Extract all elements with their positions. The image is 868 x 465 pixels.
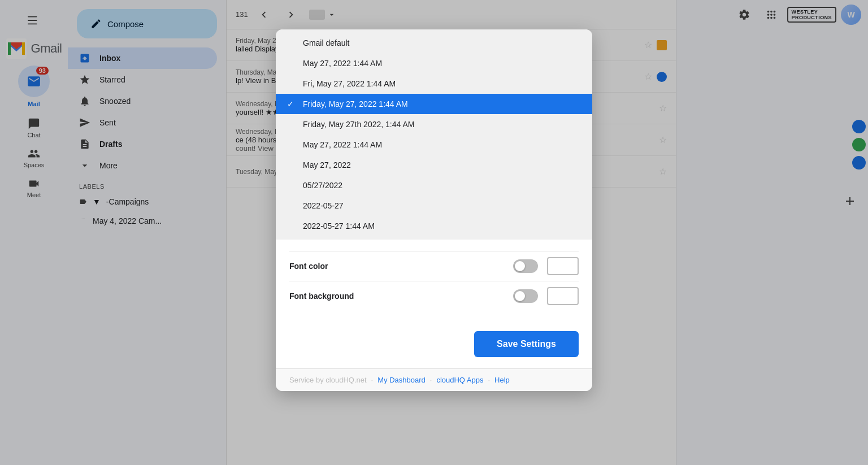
dashboard-link[interactable]: My Dashboard	[377, 376, 426, 384]
font-color-row: Font color	[289, 251, 579, 281]
dropdown-gmail-default[interactable]: Gmail default	[276, 33, 592, 53]
modal-overlay: Gmail default May 27, 2022 1:44 AM Fri, …	[0, 0, 868, 465]
dropdown-label: 2022-05-27	[303, 201, 344, 210]
check-icon: ✓	[287, 99, 294, 108]
apps-link[interactable]: cloudHQ Apps	[436, 376, 483, 384]
dropdown-label: May 27, 2022 1:44 AM	[303, 59, 382, 68]
dropdown-label: Friday, May 27th 2022, 1:44 AM	[303, 120, 414, 129]
modal-body: Font color Font background	[276, 240, 592, 322]
dropdown-label: May 27, 2022 1:44 AM	[303, 140, 382, 149]
font-color-toggle[interactable]	[513, 259, 538, 273]
font-bg-toggle[interactable]	[513, 289, 538, 303]
dropdown-may27-date[interactable]: May 27, 2022	[276, 155, 592, 175]
dropdown-label: May 27, 2022	[303, 160, 351, 170]
dropdown-label: Fri, May 27, 2022 1:44 AM	[303, 79, 396, 88]
dropdown-label: Friday, May 27, 2022 1:44 AM	[303, 99, 408, 108]
font-bg-row: Font background	[289, 281, 579, 311]
font-bg-swatch[interactable]	[547, 287, 579, 305]
save-settings-button[interactable]: Save Settings	[474, 331, 579, 357]
dropdown-label: 05/27/2022	[303, 181, 342, 190]
dropdown-may27-repeat[interactable]: May 27, 2022 1:44 AM	[276, 134, 592, 155]
settings-modal: Gmail default May 27, 2022 1:44 AM Fri, …	[276, 29, 592, 391]
dropdown-date-dash-time[interactable]: 2022-05-27 1:44 AM	[276, 216, 592, 236]
service-bar: Service by cloudHQ.net · My Dashboard · …	[276, 368, 592, 391]
dropdown-may27-short[interactable]: May 27, 2022 1:44 AM	[276, 53, 592, 73]
font-color-swatch[interactable]	[547, 257, 579, 275]
dropdown-label: Gmail default	[303, 38, 349, 47]
font-bg-label: Font background	[289, 292, 504, 301]
dropdown-date-slash[interactable]: 05/27/2022	[276, 175, 592, 195]
dropdown-label: 2022-05-27 1:44 AM	[303, 221, 375, 231]
font-color-label: Font color	[289, 262, 504, 271]
service-text: Service by cloudHQ.net	[289, 376, 367, 384]
dropdown-date-dash[interactable]: 2022-05-27	[276, 195, 592, 216]
dropdown-friday-may27th[interactable]: Friday, May 27th 2022, 1:44 AM	[276, 114, 592, 134]
dropdown-fri-may27[interactable]: Fri, May 27, 2022 1:44 AM	[276, 73, 592, 94]
help-link[interactable]: Help	[494, 376, 510, 384]
date-format-dropdown: Gmail default May 27, 2022 1:44 AM Fri, …	[276, 29, 592, 240]
modal-footer: Save Settings	[276, 322, 592, 368]
dropdown-friday-may27-long[interactable]: ✓ Friday, May 27, 2022 1:44 AM	[276, 94, 592, 114]
